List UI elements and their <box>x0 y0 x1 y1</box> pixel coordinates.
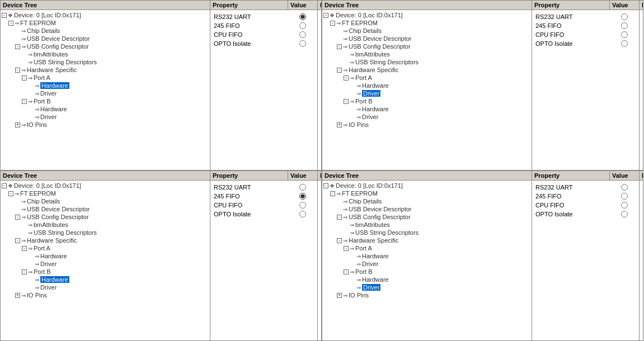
expand-icon[interactable]: - <box>15 215 20 220</box>
expand-icon[interactable]: - <box>22 99 27 104</box>
property-radio[interactable] <box>621 202 628 209</box>
expand-icon[interactable]: - <box>344 269 349 274</box>
expand-icon[interactable]: - <box>22 246 27 251</box>
tree-item[interactable]: ⇒bmAttributes <box>322 50 532 58</box>
tree-item[interactable]: ⇒USB Device Descriptor <box>1 205 210 213</box>
tree-item[interactable]: ⇒USB Device Descriptor <box>322 205 532 213</box>
tree-item[interactable]: -⇒Hardware Specific <box>322 66 532 74</box>
tree-item[interactable]: ⇒Hardware <box>1 105 210 113</box>
property-radio[interactable] <box>621 22 628 29</box>
tree-item[interactable]: -⇒FT EEPROM <box>1 19 210 27</box>
expand-icon[interactable]: - <box>330 191 335 196</box>
tree-item[interactable]: -⇒FT EEPROM <box>1 190 210 197</box>
tree-item[interactable]: -⇒USB Config Descriptor <box>1 213 210 221</box>
tree-item[interactable]: ⇒Driver <box>322 260 532 268</box>
tree-item[interactable]: +⇒IO Pins <box>1 121 210 129</box>
tree-item[interactable]: -⇒FT EEPROM <box>322 190 532 197</box>
expand-icon[interactable]: - <box>323 183 328 188</box>
tree-item[interactable]: ⇒Driver <box>1 113 210 121</box>
tree-item[interactable]: ⇒Driver <box>1 260 210 268</box>
tree-item[interactable]: ⇒USB String Descriptors <box>1 229 210 236</box>
tree-item[interactable]: -⇒Port B <box>322 97 532 105</box>
expand-icon[interactable]: - <box>15 68 20 73</box>
property-radio[interactable] <box>299 13 306 20</box>
property-radio[interactable] <box>299 211 306 217</box>
tree-item[interactable]: ⇒bmAttributes <box>322 221 532 229</box>
tree-item[interactable]: -❖Device: 0 [Loc ID:0x171] <box>1 182 210 190</box>
property-radio[interactable] <box>299 22 306 29</box>
tree-item[interactable]: -⇒Port A <box>1 74 210 82</box>
expand-icon[interactable]: - <box>344 99 349 104</box>
tree-item[interactable]: ⇒Chip Details <box>1 197 210 205</box>
tree-item[interactable]: -⇒Port A <box>322 74 532 82</box>
expand-icon[interactable]: - <box>323 13 328 18</box>
tree-item[interactable]: ⇒USB String Descriptors <box>1 58 210 66</box>
tree-item[interactable]: -⇒Hardware Specific <box>1 236 210 244</box>
tree-item[interactable]: +⇒IO Pins <box>322 291 532 299</box>
expand-icon[interactable]: - <box>15 44 20 49</box>
expand-icon[interactable]: - <box>22 269 27 274</box>
tree-item[interactable]: ⇒Driver <box>322 113 532 121</box>
expand-icon[interactable]: - <box>2 13 7 18</box>
tree-item[interactable]: ⇒Chip Details <box>322 197 532 205</box>
expand-icon[interactable]: - <box>337 44 342 49</box>
tree-item[interactable]: ⇒Driver <box>1 89 210 97</box>
expand-icon[interactable]: - <box>8 191 13 196</box>
property-radio[interactable] <box>621 193 628 200</box>
tree-item[interactable]: -⇒Port B <box>322 268 532 276</box>
tree-item[interactable]: -⇒Port B <box>1 97 210 105</box>
expand-icon[interactable]: + <box>15 293 20 298</box>
tree-item[interactable]: ⇒Hardware <box>322 252 532 260</box>
tree-item[interactable]: +⇒IO Pins <box>1 291 210 299</box>
property-radio[interactable] <box>621 13 628 20</box>
tree-item[interactable]: -⇒Port A <box>1 244 210 252</box>
property-radio[interactable] <box>299 31 306 38</box>
tree-item[interactable]: -⇒Port A <box>322 244 532 252</box>
tree-item[interactable]: -⇒Hardware Specific <box>322 236 532 244</box>
expand-icon[interactable]: - <box>15 238 20 243</box>
tree-item[interactable]: ⇒Chip Details <box>322 27 532 35</box>
tree-item[interactable]: -⇒USB Config Descriptor <box>1 42 210 50</box>
tree-item[interactable]: -⇒USB Config Descriptor <box>322 213 532 221</box>
expand-icon[interactable]: + <box>337 293 342 298</box>
expand-icon[interactable]: - <box>344 75 349 80</box>
tree-item[interactable]: ⇒bmAttributes <box>1 221 210 229</box>
tree-item[interactable]: ⇒Hardware <box>1 252 210 260</box>
tree-item[interactable]: -❖Device: 0 [Loc ID:0x171] <box>322 182 532 190</box>
tree-item[interactable]: -⇒USB Config Descriptor <box>322 42 532 50</box>
tree-item[interactable]: ⇒Hardware <box>1 276 210 283</box>
property-radio[interactable] <box>621 40 628 47</box>
tree-item[interactable]: +⇒IO Pins <box>322 121 532 129</box>
tree-item[interactable]: ⇒USB String Descriptors <box>322 229 532 236</box>
property-radio[interactable] <box>299 184 306 191</box>
tree-item[interactable]: ⇒bmAttributes <box>1 50 210 58</box>
expand-icon[interactable]: - <box>22 75 27 80</box>
property-radio[interactable] <box>621 184 628 191</box>
expand-icon[interactable]: - <box>337 215 342 220</box>
tree-item[interactable]: -❖Device: 0 [Loc ID:0x171] <box>1 11 210 19</box>
tree-item[interactable]: ⇒Hardware <box>1 82 210 89</box>
expand-icon[interactable]: - <box>2 183 7 188</box>
tree-item[interactable]: -⇒Hardware Specific <box>1 66 210 74</box>
tree-item[interactable]: ⇒Driver <box>322 89 532 97</box>
property-radio[interactable] <box>621 211 628 217</box>
tree-item[interactable]: ⇒Hardware <box>322 105 532 113</box>
property-radio[interactable] <box>299 193 306 200</box>
property-radio[interactable] <box>299 202 306 209</box>
expand-icon[interactable]: - <box>330 21 335 26</box>
tree-item[interactable]: ⇒USB String Descriptors <box>322 58 532 66</box>
tree-item[interactable]: ⇒Driver <box>1 283 210 291</box>
expand-icon[interactable]: - <box>8 21 13 26</box>
expand-icon[interactable]: + <box>337 122 342 127</box>
expand-icon[interactable]: - <box>337 68 342 73</box>
tree-item[interactable]: ⇒Hardware <box>322 82 532 89</box>
tree-item[interactable]: -⇒Port B <box>1 268 210 276</box>
tree-item[interactable]: -❖Device: 0 [Loc ID:0x171] <box>322 11 532 19</box>
tree-item[interactable]: ⇒USB Device Descriptor <box>322 35 532 42</box>
tree-item[interactable]: ⇒USB Device Descriptor <box>1 35 210 42</box>
expand-icon[interactable]: - <box>344 246 349 251</box>
tree-item[interactable]: ⇒Driver <box>322 283 532 291</box>
tree-item[interactable]: -⇒FT EEPROM <box>322 19 532 27</box>
property-radio[interactable] <box>621 31 628 38</box>
expand-icon[interactable]: - <box>337 238 342 243</box>
